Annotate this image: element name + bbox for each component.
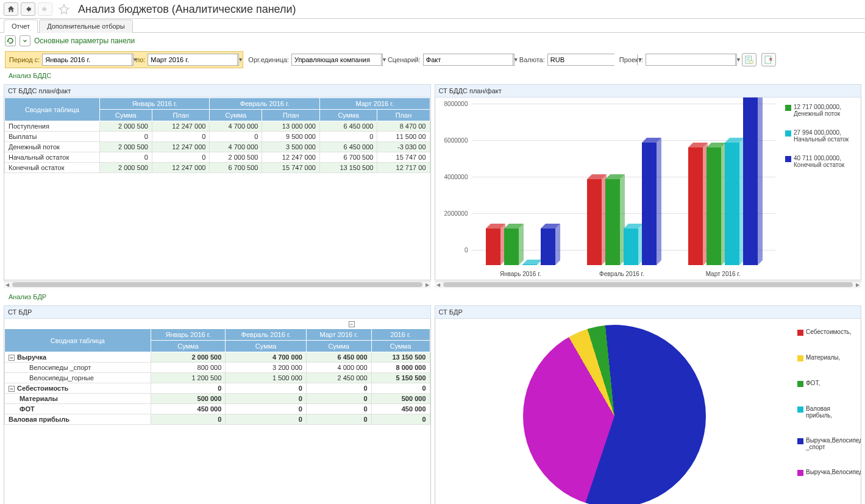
bdr-section-label: Анализ БДР: [4, 292, 861, 302]
back-button[interactable]: [21, 2, 35, 16]
legend-item: Выручка,Велосипеды _спорт: [797, 437, 857, 450]
col-header: Март 2016 г.: [306, 329, 371, 341]
cell: 5 150 500: [371, 373, 430, 383]
project-input[interactable]: [646, 54, 735, 65]
sum-header: Сумма: [319, 110, 377, 121]
legend-item: 27 994 000,0000, Начальный остаток: [785, 129, 857, 143]
sum-header: Сумма: [210, 110, 262, 121]
legend-item: ФОТ,: [797, 380, 857, 387]
pivot-header: Сводная таблица: [5, 98, 100, 121]
dropdown-icon[interactable]: ▼: [237, 54, 243, 65]
row-label: Выплаты: [5, 132, 100, 142]
tab-extra-filters[interactable]: Дополнительные отборы: [39, 20, 133, 33]
currency-select[interactable]: ▼: [547, 54, 614, 66]
table-row: −Выручка2 000 5004 700 0006 450 00013 15…: [5, 352, 430, 363]
row-label: Материалы: [5, 394, 151, 404]
sum-header: Сумма: [151, 341, 226, 352]
col-header: Февраль 2016 г.: [226, 329, 307, 341]
bar: [605, 179, 620, 265]
tree-toggle[interactable]: −: [9, 355, 15, 361]
run-report-button[interactable]: [742, 53, 756, 66]
period-from-input[interactable]: [43, 54, 132, 65]
cell: 6 450 000: [319, 142, 377, 152]
collapse-all-toggle[interactable]: −: [349, 321, 355, 327]
month-header: Январь 2016 г.: [99, 98, 210, 110]
bar: [587, 179, 602, 265]
row-label: Валовая прибыль: [5, 414, 151, 425]
y-tick: 8000000: [435, 101, 468, 107]
project-select[interactable]: ▼: [646, 54, 737, 66]
table-row: −Себестоимость0000: [5, 383, 430, 394]
orgunit-input[interactable]: [292, 54, 381, 65]
hscrollbar[interactable]: ◀▶: [435, 281, 862, 288]
cell: 12 717 00: [377, 163, 430, 173]
cell: 0: [151, 383, 226, 394]
cell: 13 150 500: [371, 352, 430, 363]
tree-toggle[interactable]: −: [9, 386, 15, 392]
cell: -3 030 00: [377, 142, 430, 152]
month-header: Март 2016 г.: [319, 98, 430, 110]
dropdown-icon[interactable]: ▼: [513, 54, 519, 65]
export-button[interactable]: [761, 53, 776, 66]
bdds-table-body[interactable]: Сводная таблицаЯнварь 2016 г.Февраль 201…: [4, 98, 431, 280]
sum-header: Сумма: [306, 341, 371, 352]
favorite-star-icon[interactable]: [59, 4, 69, 15]
cell: 0: [226, 383, 307, 394]
orgunit-select[interactable]: ▼: [291, 54, 383, 66]
period-to-input[interactable]: [148, 54, 237, 65]
refresh-button[interactable]: [5, 35, 16, 46]
row-label: Поступления: [5, 121, 100, 132]
cell: 15 747 00: [377, 152, 430, 163]
x-label: Март 2016 г.: [680, 271, 766, 277]
row-label: −Выручка: [5, 352, 151, 363]
cell: 0: [99, 152, 152, 163]
cell: 4 700 000: [210, 121, 262, 132]
period-from-select[interactable]: ▼: [42, 54, 133, 66]
row-label: Велосипеды_горные: [5, 373, 151, 383]
cell: 12 247 000: [152, 142, 210, 152]
scenario-input[interactable]: [424, 54, 513, 65]
row-label: Начальный остаток: [5, 152, 100, 163]
dropdown-icon[interactable]: ▼: [381, 54, 387, 65]
filters-bar: Период с: ▼ по: ▼ Орг.единица: ▼ Сценари…: [0, 49, 865, 71]
dropdown-icon[interactable]: ▼: [735, 54, 741, 65]
pivot-header: Сводная таблица: [5, 329, 151, 352]
cell: 2 000 500: [210, 152, 262, 163]
period-to-select[interactable]: ▼: [148, 54, 239, 66]
cell: 4 700 000: [226, 352, 307, 363]
cell: 2 000 500: [99, 163, 152, 173]
plan-header: План: [152, 110, 210, 121]
x-label: Февраль 2016 г.: [579, 271, 664, 277]
cell: 0: [226, 404, 307, 414]
cell: 3 200 000: [226, 363, 307, 373]
arrow-left-icon: [24, 5, 32, 13]
cell: 1 500 000: [226, 373, 307, 383]
home-icon: [7, 5, 15, 13]
bdr-chart-title: СТ БДР: [435, 305, 862, 319]
bdds-table: Сводная таблицаЯнварь 2016 г.Февраль 201…: [4, 98, 430, 173]
cell: 6 700 500: [210, 163, 262, 173]
cell: 13 000 000: [262, 121, 320, 132]
bdr-table-body[interactable]: − Сводная таблицаЯнварь 2016 г.Февраль 2…: [4, 319, 431, 504]
bar-chart: 02000000400000060000008000000Январь 2016…: [435, 98, 782, 280]
legend-item: Себестоимость,: [797, 328, 857, 336]
tab-report[interactable]: Отчет: [4, 20, 38, 33]
hscrollbar[interactable]: ◀▶: [4, 281, 431, 288]
cell: 450 000: [371, 404, 430, 414]
y-tick: 2000000: [435, 210, 468, 217]
x-label: Январь 2016 г.: [478, 271, 563, 277]
orgunit-label: Орг.единица:: [248, 56, 289, 63]
cell: 0: [306, 394, 371, 404]
home-button[interactable]: [4, 2, 18, 16]
bdds-chart-panel: СТ БДДС план/факт 0200000040000006000000…: [435, 84, 862, 288]
scenario-select[interactable]: ▼: [423, 54, 514, 66]
cell: 15 747 000: [262, 163, 320, 173]
cell: 9 500 000: [262, 132, 320, 142]
refresh-icon: [7, 37, 14, 44]
period-filter-group: Период с: ▼ по: ▼: [5, 51, 243, 68]
collapse-button[interactable]: [20, 35, 30, 46]
sum-header: Сумма: [226, 341, 307, 352]
bdr-table-panel: СТ БДР − Сводная таблицаЯнварь 2016 г.Фе…: [4, 305, 431, 504]
y-tick: 4000000: [435, 174, 468, 180]
forward-button[interactable]: [38, 2, 52, 16]
